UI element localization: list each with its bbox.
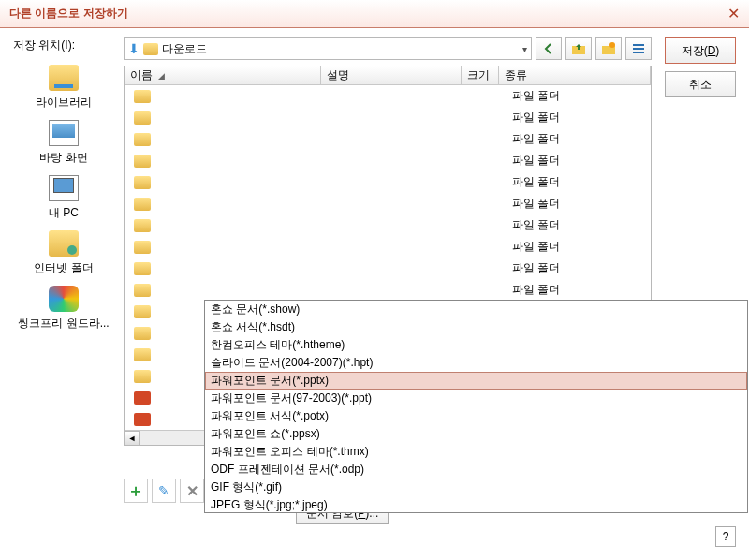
save-location-label: 저장 위치(I): — [13, 37, 114, 53]
place-desk[interactable]: 바탕 화면 — [13, 120, 114, 166]
view-list-button[interactable] — [625, 37, 652, 60]
table-row[interactable]: 파일 폴더 — [125, 85, 651, 107]
type-cell: 파일 폴더 — [512, 88, 651, 104]
type-cell: 파일 폴더 — [512, 260, 651, 276]
folder-icon — [134, 370, 151, 383]
type-cell: 파일 폴더 — [512, 131, 651, 147]
folder-icon — [134, 133, 151, 146]
file-type-dropdown[interactable]: 혼쇼 문서(*.show)혼쇼 서식(*.hsdt)한컴오피스 테마(*.hth… — [204, 300, 748, 513]
folder-icon — [134, 391, 151, 405]
format-option[interactable]: 파워포인트 문서(*.pptx) — [205, 372, 747, 390]
svg-rect-3 — [633, 44, 644, 46]
x-icon: ✕ — [186, 482, 198, 500]
place-sync[interactable]: 씽크프리 원드라... — [13, 286, 114, 332]
type-cell: 파일 폴더 — [512, 174, 651, 190]
plus-icon: ＋ — [127, 479, 144, 502]
column-size[interactable]: 크기 — [462, 66, 499, 84]
arrow-down-icon: ⬇ — [128, 41, 140, 56]
folder-icon — [134, 305, 151, 318]
new-folder-button[interactable] — [595, 37, 622, 60]
table-row[interactable]: 파일 폴더 — [125, 150, 651, 171]
desk-icon — [49, 120, 79, 146]
location-value: 다운로드 — [162, 41, 207, 57]
close-icon[interactable]: ✕ — [727, 5, 740, 22]
format-option[interactable]: 파워포인트 서식(*.potx) — [205, 407, 747, 425]
scroll-left-icon[interactable]: ◄ — [125, 431, 140, 446]
up-folder-button[interactable] — [565, 37, 592, 60]
format-option[interactable]: 슬라이드 문서(2004-2007)(*.hpt) — [205, 354, 747, 372]
table-row[interactable]: 파일 폴더 — [125, 128, 651, 150]
net-icon — [49, 230, 79, 257]
column-name[interactable]: 이름◢ — [125, 66, 321, 84]
format-option[interactable]: 한컴오피스 테마(*.htheme) — [205, 336, 747, 354]
titlebar: 다른 이름으로 저장하기 ✕ — [0, 0, 749, 28]
table-row[interactable]: 파일 폴더 — [125, 236, 651, 258]
format-option[interactable]: GIF 형식(*.gif) — [205, 479, 747, 496]
folder-icon — [143, 43, 158, 55]
folder-icon — [134, 198, 151, 211]
table-row[interactable]: 파일 폴더 — [125, 171, 651, 193]
folder-icon — [134, 241, 151, 254]
folder-icon — [134, 155, 151, 168]
folder-icon — [134, 413, 151, 426]
delete-button[interactable]: ✕ — [180, 479, 204, 503]
place-net[interactable]: 인터넷 폴더 — [13, 230, 114, 276]
folder-icon — [134, 176, 151, 189]
table-row[interactable]: 파일 폴더 — [125, 193, 651, 214]
format-option[interactable]: ODF 프레젠테이션 문서(*.odp) — [205, 461, 747, 479]
pencil-icon: ✎ — [158, 483, 169, 498]
place-lib[interactable]: 라이브러리 — [13, 65, 114, 111]
table-row[interactable]: 파일 폴더 — [125, 258, 651, 279]
place-pc[interactable]: 내 PC — [13, 175, 114, 221]
sync-icon — [49, 286, 79, 312]
back-button[interactable] — [536, 37, 562, 60]
dialog-title: 다른 이름으로 저장하기 — [9, 6, 727, 22]
svg-rect-5 — [633, 52, 644, 53]
edit-button[interactable]: ✎ — [152, 479, 176, 503]
folder-icon — [134, 284, 151, 297]
type-cell: 파일 폴더 — [512, 239, 651, 255]
place-label: 내 PC — [13, 205, 114, 221]
type-cell: 파일 폴더 — [512, 282, 651, 298]
chevron-down-icon[interactable]: ▾ — [522, 44, 527, 54]
format-option[interactable]: JPEG 형식(*.jpg;*.jpeg) — [205, 496, 747, 513]
table-row[interactable]: 파일 폴더 — [125, 279, 651, 301]
type-cell: 파일 폴더 — [512, 110, 651, 125]
lib-icon — [49, 65, 79, 91]
pc-icon — [49, 175, 79, 201]
format-option[interactable]: 파워포인트 쇼(*.ppsx) — [205, 425, 747, 443]
folder-icon — [134, 327, 151, 340]
folder-icon — [134, 262, 151, 275]
place-label: 씽크프리 원드라... — [13, 316, 114, 332]
format-option[interactable]: 혼쇼 서식(*.hsdt) — [205, 318, 747, 336]
table-row[interactable]: 파일 폴더 — [125, 214, 651, 236]
folder-icon — [134, 348, 151, 361]
svg-point-2 — [609, 42, 615, 48]
place-label: 인터넷 폴더 — [13, 260, 114, 276]
format-option[interactable]: 파워포인트 오피스 테마(*.thmx) — [205, 443, 747, 461]
folder-icon — [134, 219, 151, 232]
location-combo[interactable]: ⬇ 다운로드 ▾ — [124, 37, 532, 60]
column-type[interactable]: 종류 — [499, 66, 651, 84]
column-desc[interactable]: 설명 — [321, 66, 462, 84]
format-option[interactable]: 파워포인트 문서(97-2003)(*.ppt) — [205, 390, 747, 407]
format-option[interactable]: 혼쇼 문서(*.show) — [205, 301, 747, 318]
table-row[interactable]: 파일 폴더 — [125, 107, 651, 128]
sort-asc-icon: ◢ — [158, 71, 165, 81]
place-label: 바탕 화면 — [13, 150, 114, 166]
type-cell: 파일 폴더 — [512, 153, 651, 169]
place-label: 라이브러리 — [13, 95, 114, 111]
folder-icon — [134, 90, 151, 103]
type-cell: 파일 폴더 — [512, 196, 651, 212]
svg-rect-4 — [633, 48, 644, 50]
help-button[interactable]: ? — [715, 526, 736, 547]
add-button[interactable]: ＋ — [124, 479, 148, 503]
type-cell: 파일 폴더 — [512, 217, 651, 233]
cancel-button[interactable]: 취소 — [665, 71, 736, 97]
folder-icon — [134, 111, 151, 125]
save-button[interactable]: 저장(D) — [665, 37, 736, 64]
